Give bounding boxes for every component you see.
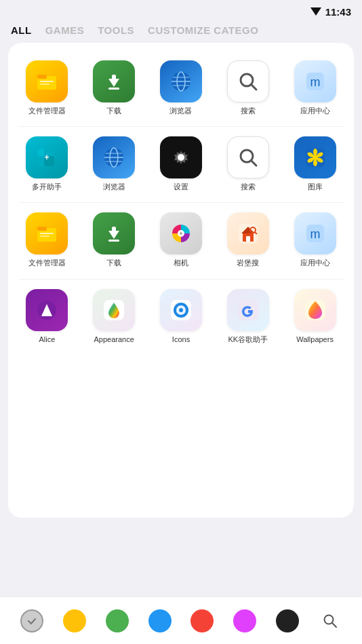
app-row-1: 文件管理器 下载 浏览器: [14, 54, 348, 121]
app-browser-1[interactable]: 浏览器: [148, 54, 215, 121]
app-file-manager-1[interactable]: 文件管理器: [14, 54, 81, 121]
app-search-2[interactable]: 搜索: [214, 130, 281, 197]
svg-rect-2: [37, 75, 47, 79]
tab-games[interactable]: GAMES: [45, 24, 85, 36]
app-app-center-1[interactable]: m 应用中心: [281, 54, 348, 121]
svg-line-30: [251, 161, 256, 166]
divider-3: [19, 279, 343, 280]
theme-red[interactable]: [190, 609, 214, 632]
wifi-icon: [310, 7, 321, 16]
app-browser-2[interactable]: 浏览器: [81, 130, 148, 197]
tab-bar: ALL GAMES TOOLS CUSTOMIZE CATEGO: [0, 20, 362, 43]
app-file-manager-2[interactable]: 文件管理器: [14, 206, 81, 273]
app-rock-search[interactable]: 岩堡搜: [214, 206, 281, 273]
divider-1: [19, 126, 343, 127]
icon-camera: [160, 212, 202, 254]
app-kk[interactable]: KK谷歌助手: [214, 282, 281, 349]
icon-kk: [227, 289, 269, 331]
label-app-center-1: 应用中心: [300, 107, 330, 115]
icon-settings: [160, 136, 202, 178]
svg-rect-44: [112, 227, 116, 233]
label-search-2: 搜索: [241, 183, 256, 191]
svg-point-35: [313, 159, 317, 166]
app-camera[interactable]: 相机: [148, 206, 215, 273]
app-wallpapers[interactable]: Wallpapers: [281, 282, 348, 349]
icon-browser-1: [160, 60, 202, 102]
svg-rect-42: [40, 235, 49, 237]
main-card: 文件管理器 下载 浏览器: [8, 43, 354, 518]
svg-line-67: [332, 623, 336, 627]
svg-point-48: [180, 232, 182, 235]
icon-alice: [26, 289, 68, 331]
svg-point-28: [178, 154, 184, 161]
label-gallery: 图库: [308, 183, 323, 191]
icon-search-2: [227, 136, 269, 178]
label-app-center-2: 应用中心: [300, 259, 330, 267]
svg-text:m: m: [310, 227, 320, 241]
bottom-bar: [0, 596, 362, 644]
label-file-manager-1: 文件管理器: [28, 107, 66, 115]
tab-tools[interactable]: TOOLS: [98, 24, 134, 36]
svg-rect-41: [40, 233, 54, 234]
search-bottom-button[interactable]: [319, 609, 342, 632]
app-download-2[interactable]: 下载: [81, 206, 148, 273]
svg-point-63: [179, 308, 183, 312]
theme-purple[interactable]: [233, 609, 256, 632]
icon-app-center-1: m: [294, 60, 336, 102]
theme-green[interactable]: [106, 609, 129, 632]
app-search-1[interactable]: 搜索: [214, 54, 281, 121]
label-camera: 相机: [174, 259, 188, 267]
svg-rect-52: [246, 236, 250, 242]
svg-rect-40: [37, 227, 47, 231]
label-settings: 设置: [174, 183, 188, 191]
app-app-center-2[interactable]: m 应用中心: [281, 206, 348, 273]
app-gallery[interactable]: 图库: [281, 130, 348, 197]
theme-black[interactable]: [276, 609, 299, 632]
app-row-4: Alice Appea: [14, 282, 348, 349]
icon-download-1: [93, 60, 135, 102]
icon-download-2: [93, 212, 135, 254]
icon-file-manager-1: [26, 60, 68, 102]
app-download-1[interactable]: 下载: [81, 54, 148, 121]
app-settings[interactable]: 设置: [148, 130, 215, 197]
app-icons[interactable]: Icons: [148, 282, 215, 349]
label-icons: Icons: [172, 335, 190, 344]
label-file-manager-2: 文件管理器: [28, 259, 66, 267]
icon-gallery: [294, 136, 336, 178]
label-multi-open: 多开助手: [32, 183, 62, 191]
svg-marker-0: [310, 7, 321, 16]
svg-text:m: m: [310, 75, 320, 89]
icon-file-manager-2: [26, 212, 68, 254]
tab-all[interactable]: ALL: [11, 24, 32, 36]
label-download-1: 下载: [106, 107, 121, 115]
label-wallpapers: Wallpapers: [296, 335, 334, 344]
svg-rect-45: [108, 240, 119, 242]
theme-grey[interactable]: [20, 609, 43, 632]
icon-icons: [160, 289, 202, 331]
divider-2: [19, 202, 343, 203]
icon-app-center-2: m: [294, 212, 336, 254]
label-browser-2: 浏览器: [103, 183, 125, 191]
app-appearance[interactable]: Appearance: [81, 282, 148, 349]
label-alice: Alice: [39, 335, 55, 344]
tab-customize[interactable]: CUSTOMIZE CATEGO: [148, 24, 258, 36]
svg-rect-3: [40, 81, 54, 82]
search-bottom-icon: [322, 613, 338, 629]
label-rock-search: 岩堡搜: [237, 259, 259, 267]
icon-wallpapers: [294, 289, 336, 331]
status-time: 11:43: [325, 6, 351, 18]
icon-appearance: [93, 289, 135, 331]
app-row-3: 文件管理器 下载: [14, 206, 348, 273]
svg-line-14: [251, 85, 256, 90]
theme-yellow[interactable]: [63, 609, 86, 632]
grey-check-icon: [26, 615, 37, 626]
label-download-2: 下载: [106, 259, 121, 267]
svg-point-38: [313, 155, 318, 160]
icon-browser-2: [93, 136, 135, 178]
theme-blue[interactable]: [148, 609, 172, 632]
label-search-1: 搜索: [241, 107, 256, 115]
svg-text:+: +: [45, 153, 49, 162]
app-alice[interactable]: Alice: [14, 282, 81, 349]
icon-multi-open: +: [26, 136, 68, 178]
app-multi-open[interactable]: + 多开助手: [14, 130, 81, 197]
